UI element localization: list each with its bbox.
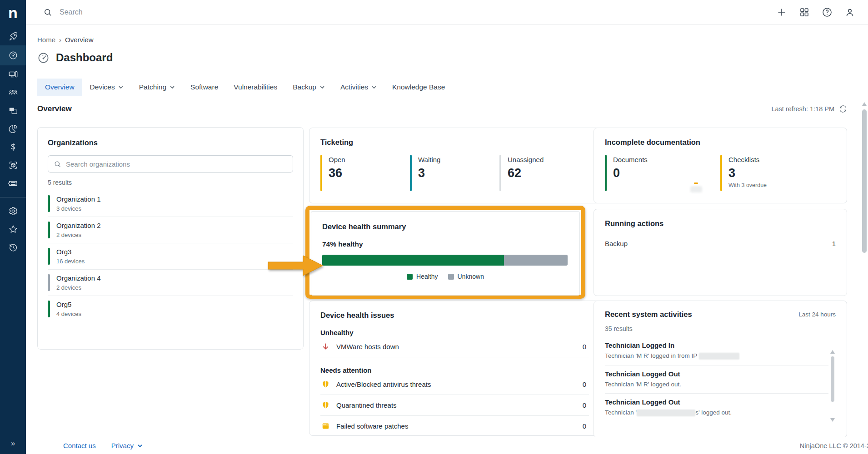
- global-search-input[interactable]: [60, 8, 332, 16]
- issue-row-vmware[interactable]: VMWare hosts down 0: [320, 336, 589, 357]
- sidebar-item-end-users[interactable]: [0, 84, 26, 102]
- ninjaone-logo[interactable]: n: [0, 0, 26, 25]
- scroll-up-icon[interactable]: [862, 102, 867, 106]
- sidebar-item-favorites[interactable]: [0, 220, 26, 238]
- apps-grid-button[interactable]: [799, 7, 810, 18]
- redacted-text: [637, 410, 695, 416]
- tab-patching[interactable]: Patching: [131, 79, 183, 96]
- organization-list-item[interactable]: Org5 4 devices: [48, 296, 293, 322]
- sidebar-item-billing[interactable]: [0, 138, 26, 156]
- legend-healthy: Healthy: [407, 273, 438, 280]
- page-scrollbar[interactable]: [862, 102, 867, 454]
- help-button[interactable]: [822, 7, 833, 18]
- tab-overview[interactable]: Overview: [37, 79, 82, 96]
- ticket-icon: [8, 178, 18, 188]
- running-action-row-backup[interactable]: Backup 1: [605, 240, 836, 254]
- organizations-title: Organizations: [48, 138, 293, 147]
- sidebar-item-getting-started[interactable]: [0, 27, 26, 45]
- rocket-icon: [8, 31, 18, 41]
- redacted-smudge: [690, 186, 702, 192]
- organizations-search-input[interactable]: [66, 160, 287, 168]
- tabs-divider: [26, 96, 868, 96]
- tab-devices[interactable]: Devices: [82, 79, 131, 96]
- scroll-thumb[interactable]: [862, 109, 867, 253]
- topbar: [26, 0, 868, 25]
- stat-color-bar: [605, 155, 607, 191]
- tab-software[interactable]: Software: [183, 79, 226, 96]
- issue-row-failed-patches[interactable]: Failed software patches 0: [320, 416, 589, 436]
- ticketing-stat-waiting[interactable]: Waiting 3: [410, 155, 499, 191]
- tab-backup[interactable]: Backup: [285, 79, 333, 96]
- organization-list-item[interactable]: Organization 1 3 devices: [48, 191, 293, 217]
- org-health-bar: [48, 274, 50, 291]
- sidebar-item-dashboard[interactable]: [0, 45, 26, 65]
- star-icon: [8, 224, 18, 234]
- refresh-icon[interactable]: [839, 105, 847, 113]
- organization-list-item[interactable]: Organization 2 2 devices: [48, 217, 293, 243]
- documents-stat[interactable]: Documents 0: [605, 155, 720, 191]
- organizations-card: Organizations 5 results Organization 1 3…: [37, 127, 304, 350]
- users-icon: [8, 88, 18, 98]
- activities-result-count: 35 results: [605, 325, 836, 332]
- sidebar-item-reports[interactable]: [0, 120, 26, 138]
- activity-item[interactable]: Technician Logged In Technician 'M R' lo…: [605, 337, 828, 365]
- scroll-thumb[interactable]: [831, 356, 834, 402]
- tab-activities[interactable]: Activities: [333, 79, 384, 96]
- device-health-issues-card: Device health issues Unhealthy VMWare ho…: [309, 301, 600, 436]
- org-health-bar: [48, 248, 50, 265]
- user-menu-button[interactable]: [844, 7, 855, 18]
- privacy-link[interactable]: Privacy: [111, 442, 143, 449]
- redacted-text: [699, 353, 739, 360]
- issue-row-quarantined-threats[interactable]: Quarantined threats 0: [320, 395, 589, 416]
- sidebar-item-administration[interactable]: [0, 202, 26, 220]
- scroll-down-icon[interactable]: [830, 418, 835, 422]
- chevron-down-icon: [118, 84, 124, 90]
- patch-window-icon: [321, 422, 330, 430]
- create-new-button[interactable]: [776, 7, 787, 18]
- sidebar-collapse-button[interactable]: »: [0, 437, 26, 450]
- dollar-icon: [8, 142, 18, 152]
- ticketing-stat-unassigned[interactable]: Unassigned 62: [499, 155, 589, 191]
- unknown-segment: [504, 255, 568, 266]
- activity-item[interactable]: Technician Logged Out Technician 'M R' l…: [605, 365, 828, 394]
- chevron-down-icon: [170, 84, 175, 90]
- health-progress-bar[interactable]: [322, 255, 568, 266]
- contact-us-link[interactable]: Contact us: [63, 442, 96, 449]
- healthy-percentage-label: 74% healthy: [322, 240, 569, 248]
- sidebar-item-devices[interactable]: [0, 65, 26, 84]
- tab-vulnerabilities[interactable]: Vulnerabilities: [226, 79, 285, 96]
- annotation-arrow-icon: [266, 252, 325, 279]
- issue-row-antivirus-threats[interactable]: Active/Blocked antivirus threats 0: [320, 374, 589, 395]
- activity-item[interactable]: Technician Logged Out Technician 's' log…: [605, 394, 828, 422]
- running-actions-title: Running actions: [605, 219, 836, 228]
- stat-color-bar: [410, 155, 412, 191]
- org-health-bar: [48, 222, 50, 238]
- breadcrumb-current: Overview: [65, 36, 94, 44]
- recent-activities-card: Recent system activities Last 24 hours 3…: [594, 301, 847, 438]
- sidebar-item-backup[interactable]: [0, 156, 26, 174]
- activities-scrollbar[interactable]: [830, 350, 835, 427]
- legend-unknown: Unknown: [448, 273, 484, 280]
- organization-list-item[interactable]: Org3 16 devices: [48, 243, 293, 270]
- organization-list-item[interactable]: Organization 4 2 devices: [48, 270, 293, 296]
- activities-list: Technician Logged In Technician 'M R' lo…: [605, 337, 828, 422]
- tab-knowledge-base[interactable]: Knowledge Base: [384, 79, 453, 96]
- sidebar-item-remote[interactable]: [0, 102, 26, 120]
- breadcrumb-home[interactable]: Home: [37, 36, 55, 44]
- main-content: Home › Overview Dashboard Overview Devic…: [26, 25, 868, 454]
- plus-icon: [776, 7, 787, 18]
- sidebar-item-ticketing[interactable]: [0, 174, 26, 192]
- chevron-down-icon: [371, 84, 377, 90]
- checklists-stat[interactable]: Checklists 3 With 3 overdue: [720, 155, 836, 191]
- org-health-bar: [48, 301, 50, 317]
- breadcrumb: Home › Overview: [37, 36, 94, 44]
- ticketing-stat-open[interactable]: Open 36: [320, 155, 410, 191]
- search-icon: [43, 8, 52, 17]
- healthy-segment: [322, 255, 504, 266]
- issues-section-unhealthy: Unhealthy: [320, 329, 589, 336]
- ticketing-card: Ticketing Open 36 Waiting 3 Unassigned 6: [309, 128, 600, 203]
- stat-color-bar: [320, 155, 322, 191]
- sidebar-item-history[interactable]: [0, 238, 26, 257]
- history-icon: [8, 242, 18, 252]
- scroll-up-icon[interactable]: [830, 350, 835, 354]
